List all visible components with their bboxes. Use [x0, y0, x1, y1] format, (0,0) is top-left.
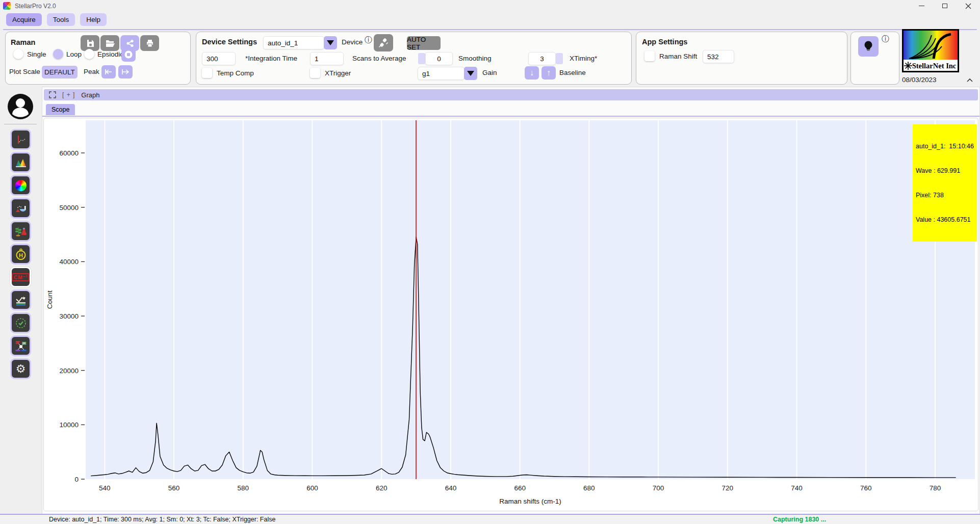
- integration-time-input[interactable]: [202, 52, 236, 65]
- gain-select-value[interactable]: [418, 67, 465, 80]
- cm-inverse-icon: CM⁻¹: [12, 273, 30, 281]
- graph-area: [ + ] Graph Scope 5405605806006206406606…: [42, 87, 980, 515]
- menu-help[interactable]: Help: [80, 13, 107, 26]
- lamp-info-icon[interactable]: ⓘ: [882, 34, 889, 44]
- sidebar-item-scope[interactable]: [10, 129, 31, 150]
- arrow-from-bar-right-icon: [121, 69, 130, 75]
- stop-button[interactable]: [121, 47, 136, 62]
- xtiming-input[interactable]: [528, 52, 556, 65]
- temp-comp-checkbox[interactable]: [202, 68, 212, 78]
- user-avatar[interactable]: [7, 93, 34, 120]
- xtrigger-checkbox[interactable]: [310, 68, 320, 78]
- spectrum-peaks-icon: [15, 156, 27, 169]
- menu-tools[interactable]: Tools: [47, 13, 75, 26]
- svg-text:760: 760: [860, 484, 872, 492]
- auto-set-button[interactable]: AUTO SET: [407, 36, 441, 50]
- title-bar: StellarPro V2.0: [0, 0, 980, 12]
- folder-open-icon: [105, 39, 115, 48]
- sidebar-item-raman-shift[interactable]: CM⁻¹: [10, 267, 31, 287]
- baseline-down-button[interactable]: ↓: [525, 66, 539, 80]
- integration-time-label: *Integration Time: [245, 55, 297, 62]
- raman-shift-checkbox[interactable]: [644, 51, 655, 61]
- peak-left-button[interactable]: [101, 65, 116, 78]
- peak-right-button[interactable]: [118, 65, 133, 78]
- status-device-info: Device: auto_id_1; Time: 300 ms; Avg: 1;…: [49, 516, 275, 523]
- sidebar: H CM⁻¹ ⚙: [0, 87, 41, 515]
- sidebar-item-validate[interactable]: [10, 312, 31, 333]
- connect-button[interactable]: [374, 34, 393, 51]
- svg-text:30000: 30000: [59, 312, 79, 320]
- plot-scale-label: Plot Scale: [9, 68, 40, 75]
- device-select-value[interactable]: [263, 36, 324, 49]
- radio-single-label: Single: [27, 50, 46, 58]
- sidebar-item-hydrogen[interactable]: H: [10, 244, 31, 265]
- menu-acquire[interactable]: Acquire: [6, 13, 42, 26]
- svg-text:0: 0: [74, 476, 79, 483]
- save-icon: [86, 39, 95, 48]
- sidebar-item-color[interactable]: [10, 175, 31, 196]
- svg-text:StellarNet Inc: StellarNet Inc: [912, 62, 957, 70]
- lamp-button[interactable]: [858, 36, 879, 57]
- close-button[interactable]: [957, 0, 980, 12]
- print-button[interactable]: [140, 35, 159, 51]
- nodes-network-icon: [15, 340, 27, 352]
- radio-loop[interactable]: [53, 49, 63, 59]
- baseline-up-button[interactable]: ↑: [541, 66, 556, 80]
- sidebar-item-workflow[interactable]: [10, 335, 31, 356]
- printer-icon: [145, 39, 154, 48]
- raman-shift-input[interactable]: [703, 50, 734, 63]
- plug-icon: [378, 38, 389, 48]
- expand-icon[interactable]: [49, 91, 56, 98]
- open-file-button[interactable]: [100, 35, 119, 51]
- collapse-chevron-icon[interactable]: [966, 78, 973, 83]
- gain-dropdown-button[interactable]: [464, 67, 477, 80]
- svg-text:620: 620: [376, 484, 388, 492]
- add-graph-icon[interactable]: [ + ]: [62, 91, 75, 98]
- svg-text:40000: 40000: [59, 258, 79, 266]
- scans-to-average-input[interactable]: [310, 52, 344, 65]
- radio-loop-label: Loop: [66, 50, 82, 58]
- svg-text:20000: 20000: [59, 367, 79, 375]
- svg-text:60000: 60000: [59, 149, 79, 157]
- sidebar-item-trend[interactable]: [10, 290, 31, 310]
- plant-flask-icon: [15, 225, 27, 238]
- smoothing-input[interactable]: [425, 52, 453, 65]
- maximize-button[interactable]: [933, 0, 957, 12]
- check-circle-icon: [15, 317, 27, 329]
- chemistry-sample-icon: [15, 202, 27, 215]
- svg-text:H: H: [19, 252, 23, 258]
- device-info-icon[interactable]: ⓘ: [365, 35, 372, 45]
- color-wheel-icon: [15, 180, 27, 191]
- sidebar-item-spectrum[interactable]: [10, 152, 31, 173]
- lightbulb-icon: [863, 40, 874, 53]
- svg-text:640: 640: [445, 484, 457, 492]
- xtrigger-label: XTrigger: [325, 69, 351, 77]
- chevron-down-icon: [467, 71, 474, 76]
- sidebar-item-settings[interactable]: ⚙: [10, 358, 31, 379]
- menu-bar: Acquire Tools Help: [6, 13, 107, 26]
- baseline-label: Baseline: [559, 69, 586, 76]
- radio-epsiodics[interactable]: [84, 49, 94, 59]
- sidebar-divider: [4, 124, 37, 124]
- sidebar-item-plant-analysis[interactable]: [10, 221, 31, 242]
- xtiming-spinner[interactable]: [556, 53, 563, 64]
- smoothing-spinner[interactable]: [418, 53, 425, 64]
- toolbar-accent-line: [3, 29, 977, 30]
- peak-label: Peak: [84, 68, 99, 75]
- svg-text:720: 720: [722, 484, 734, 492]
- window-title: StellarPro V2.0: [15, 3, 56, 10]
- stellarnet-logo: StellarNet Inc: [902, 29, 959, 72]
- device-dropdown-button[interactable]: [324, 36, 337, 49]
- plot-scale-button[interactable]: DEFAULT: [42, 66, 78, 78]
- spectrum-chart[interactable]: 5405605806006206406606807007207407607800…: [44, 118, 979, 512]
- tab-scope[interactable]: Scope: [46, 104, 75, 115]
- date-label: 08/03/2023: [902, 76, 937, 84]
- tab-underline: [42, 116, 979, 117]
- share-icon: [125, 39, 135, 48]
- stop-icon: [124, 50, 133, 59]
- device-settings-panel: Device Settings Device ⓘ AUTO SET *Integ…: [196, 32, 632, 85]
- radio-single[interactable]: [13, 49, 23, 59]
- minimize-button[interactable]: [910, 0, 933, 12]
- svg-text:Count: Count: [46, 291, 54, 309]
- sidebar-item-sample[interactable]: [10, 198, 31, 219]
